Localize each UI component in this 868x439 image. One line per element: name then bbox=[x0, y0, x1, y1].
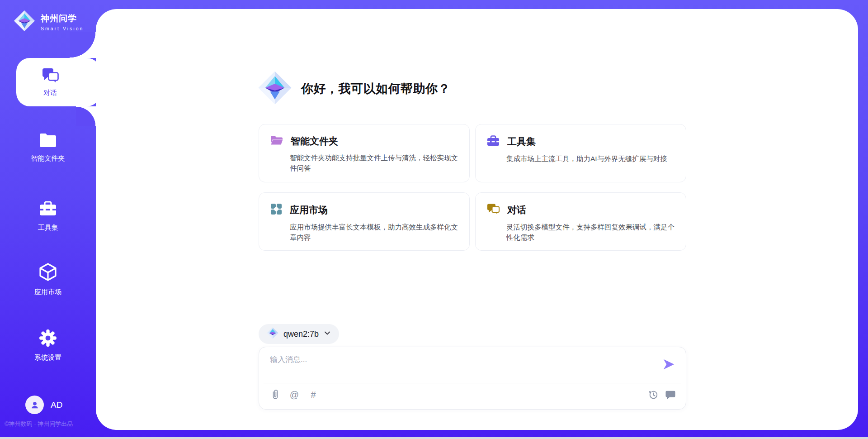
person-icon bbox=[30, 400, 40, 410]
sidebar-item-label: 系统设置 bbox=[34, 353, 61, 362]
speech-bubble-icon bbox=[665, 390, 675, 400]
card-title: 工具集 bbox=[507, 135, 536, 148]
card-description: 应用市场提供丰富长文本模板，助力高效生成多样化文章内容 bbox=[290, 222, 458, 243]
tab-fillet-top bbox=[70, 32, 96, 58]
sidebar-item-label: 智能文件夹 bbox=[31, 154, 65, 163]
footer-credit: ©神州数码 · 神州问学出品 bbox=[5, 420, 73, 428]
hash-icon: # bbox=[311, 389, 316, 400]
at-icon: @ bbox=[290, 389, 299, 400]
greeting-title: 你好，我可以如何帮助你？ bbox=[301, 81, 450, 97]
send-button[interactable] bbox=[661, 357, 676, 372]
composer-divider bbox=[264, 383, 681, 383]
user-account[interactable]: AD bbox=[25, 396, 62, 414]
tab-fillet-bottom bbox=[76, 106, 96, 126]
card-description: 智能文件夹功能支持批量文件上传与清洗，轻松实现文件问答 bbox=[290, 153, 458, 174]
history-button[interactable] bbox=[648, 389, 659, 401]
sidebar-item-smart-folder[interactable]: 智能文件夹 bbox=[12, 132, 84, 163]
message-composer: @ # bbox=[259, 347, 686, 410]
toolbox-icon bbox=[486, 134, 500, 149]
brand-subtitle: Smart Vision bbox=[41, 26, 84, 31]
card-description: 集成市场上主流工具，助力AI与外界无缝扩展与对接 bbox=[506, 153, 675, 164]
paperclip-icon bbox=[272, 389, 279, 400]
sidebar-item-toolset[interactable]: 工具集 bbox=[12, 200, 84, 232]
card-app-market[interactable]: 应用市场 应用市场提供丰富长文本模板，助力高效生成多样化文章内容 bbox=[259, 192, 470, 251]
history-icon bbox=[648, 389, 659, 400]
brand: 神州问学 Smart Vision bbox=[14, 10, 84, 33]
sidebar-item-label: 应用市场 bbox=[34, 288, 61, 296]
cube-icon bbox=[38, 262, 58, 284]
card-toolset[interactable]: 工具集 集成市场上主流工具，助力AI与外界无缝扩展与对接 bbox=[475, 124, 686, 182]
greeting: 你好，我可以如何帮助你？ bbox=[258, 71, 450, 107]
sidebar-item-label: 对话 bbox=[43, 89, 57, 97]
chat-bubbles-icon bbox=[486, 203, 500, 217]
card-title: 智能文件夹 bbox=[291, 135, 338, 148]
model-selector[interactable]: qwen2:7b bbox=[259, 324, 339, 344]
feature-cards: 智能文件夹 智能文件夹功能支持批量文件上传与清洗，轻松实现文件问答 工具集 集成… bbox=[259, 124, 686, 251]
apps-grid-icon bbox=[270, 203, 283, 217]
app-window: 神州问学 Smart Vision 对话 智能文件夹 bbox=[0, 0, 868, 439]
card-chat[interactable]: 对话 灵活切换多模型文件，支持多样回复效果调试，满足个性化需求 bbox=[475, 192, 686, 251]
sidebar-item-label: 工具集 bbox=[38, 224, 58, 232]
sidebar-item-chat[interactable]: 对话 bbox=[16, 58, 100, 106]
card-title: 对话 bbox=[507, 204, 526, 216]
chevron-down-icon bbox=[324, 329, 331, 339]
assistant-logo-icon bbox=[258, 71, 292, 107]
model-logo-icon bbox=[267, 327, 278, 341]
card-smart-folder[interactable]: 智能文件夹 智能文件夹功能支持批量文件上传与清洗，轻松实现文件问答 bbox=[259, 124, 470, 182]
topic-button[interactable]: # bbox=[308, 389, 319, 401]
card-title: 应用市场 bbox=[290, 204, 328, 216]
gear-icon bbox=[38, 329, 57, 349]
feedback-button[interactable] bbox=[665, 389, 676, 401]
folder-icon bbox=[38, 132, 57, 150]
user-initials: AD bbox=[51, 400, 62, 410]
brand-logo-icon bbox=[14, 10, 35, 33]
avatar bbox=[25, 396, 44, 414]
mention-button[interactable]: @ bbox=[289, 389, 300, 401]
card-description: 灵活切换多模型文件，支持多样回复效果调试，满足个性化需求 bbox=[506, 222, 675, 243]
send-icon bbox=[662, 358, 675, 371]
message-input[interactable] bbox=[270, 354, 650, 379]
page-bottom-edge bbox=[0, 437, 868, 439]
chat-bubbles-icon bbox=[41, 67, 59, 85]
sidebar-item-settings[interactable]: 系统设置 bbox=[12, 329, 84, 362]
toolbox-icon bbox=[38, 200, 57, 220]
folder-open-icon bbox=[270, 134, 283, 148]
attach-button[interactable] bbox=[270, 389, 281, 401]
model-name: qwen2:7b bbox=[283, 329, 319, 339]
sidebar-item-app-market[interactable]: 应用市场 bbox=[12, 262, 84, 296]
brand-name: 神州问学 bbox=[41, 13, 84, 24]
